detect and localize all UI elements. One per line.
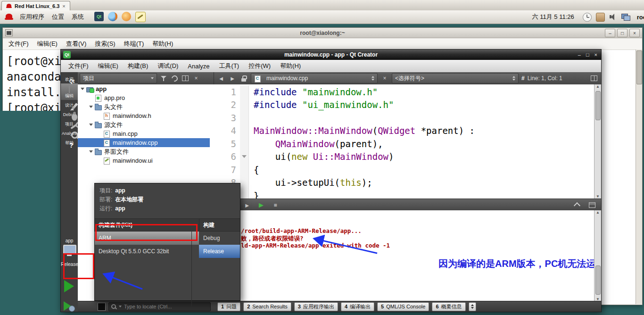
folder-icon [95,122,102,128]
sidebar-filter-combobox[interactable]: 项目 [80,73,157,83]
mode-analyze[interactable]: Analyze [61,128,78,138]
kit-option[interactable]: ARM [95,232,199,245]
split-editor-icon[interactable] [591,75,597,81]
panel-menu-0[interactable]: 应用程序 [20,13,44,21]
mode-help[interactable]: 帮助 [61,138,78,147]
close-document-icon[interactable] [380,74,389,83]
qtcreator-minimize-button[interactable]: – [578,52,581,58]
kit-selector-button[interactable] [63,245,75,256]
terminal-menu-0[interactable]: 文件(F) [8,40,29,48]
pane-icon[interactable] [588,201,596,209]
qtcreator-maximize-button[interactable]: □ [586,52,589,58]
expand-arrow-icon[interactable] [81,88,84,90]
application-output-pane[interactable]: /root/build-app-ARM-Release/app...败，路径或者… [210,210,601,301]
fold-marker[interactable] [240,150,249,164]
scrollbar-thumb[interactable] [636,50,642,84]
scrollbar-thumb[interactable] [595,91,601,120]
build-option[interactable]: Debug [199,232,240,245]
tree-item[interactable]: mainwindow.h [78,111,210,120]
pane-button-6[interactable]: 6概要信息 [432,302,465,311]
kit-option[interactable]: Desktop Qt 5.5.0 GCC 32bit [95,245,199,258]
panel-menu-1[interactable]: 位置 [52,13,64,21]
code-editor[interactable]: 1#include "mainwindow.h"2#include "ui_ma… [210,84,601,199]
mode-design[interactable]: 设计 [61,100,78,109]
code-text: QMainWindow(parent), [249,139,383,149]
terminal-menu-3[interactable]: 搜索(S) [95,40,115,48]
panel-clock[interactable]: 六 11月 5 11:26 [532,13,574,21]
tree-item[interactable]: mainwindow.cpp [78,138,210,147]
close-icon[interactable] [192,74,200,83]
terminal-close-button[interactable]: × [629,29,640,37]
panel-mixer-icon[interactable] [596,13,605,22]
back-icon[interactable] [217,74,225,83]
stop-icon[interactable] [271,201,280,209]
next-item-icon[interactable] [243,201,251,209]
terminal-menu-2[interactable]: 查看(V) [66,40,86,48]
terminal-maximize-button[interactable]: □ [617,29,627,37]
vm-tab[interactable]: Red Hat Linux_6.3 × [1,1,70,11]
pane-button-5[interactable]: 5QML/JS Console [377,302,429,311]
qtcreator-menu-7[interactable]: 帮助(H) [280,62,301,70]
panel-clock-icon[interactable] [583,13,592,22]
tree-item-label: app.pro [104,94,125,101]
panel-menu-2[interactable]: 系统 [72,13,84,21]
qtcreator-menu-6[interactable]: 控件(W) [248,62,271,70]
output-scrollbar[interactable]: ▲▼ [594,210,601,301]
pane-arrows-button[interactable] [469,302,476,311]
mode-welcome[interactable]: 欢迎 [61,74,78,83]
texteditor-launcher[interactable] [135,12,146,22]
tree-item[interactable]: 头文件 [78,102,210,111]
qtcreator-close-button[interactable]: × [594,52,597,58]
redhat-menu-icon[interactable] [5,14,13,21]
qtcreator-menu-5[interactable]: 工具(T) [219,62,239,70]
collapse-icon[interactable] [573,201,581,209]
mode-debug[interactable]: Debug [61,109,78,119]
debug-run-button[interactable] [64,300,75,312]
qtcreator-menu-1[interactable]: 编辑(E) [98,62,118,70]
pane-button-4[interactable]: 4编译输出 [341,302,374,311]
tree-item-label: app [96,85,107,92]
open-document-combobox[interactable]: mainwindow.cpp [251,73,378,83]
panel-display-icon[interactable] [621,13,629,21]
tree-item[interactable]: app.pro [78,93,210,102]
expand-arrow-icon[interactable] [89,106,93,108]
qtcreator-menu-3[interactable]: 调试(D) [157,62,178,70]
software-launcher[interactable] [122,12,131,21]
run-icon[interactable] [257,201,265,209]
pane-button-3[interactable]: 3应用程序输出 [294,302,338,311]
tree-item[interactable]: main.cpp [78,129,210,138]
terminal-titlebar[interactable]: root@xiaolong:~ –□× [3,28,642,38]
tree-item[interactable]: mainwindow.ui [78,156,210,165]
lock-icon[interactable] [239,74,248,83]
terminal-menu-1[interactable]: 编辑(E) [37,40,58,48]
terminal-minimize-button[interactable]: – [605,29,615,37]
sync-icon[interactable] [170,74,179,83]
vm-tab-close-icon[interactable]: × [62,3,65,9]
filter-icon[interactable] [159,74,168,83]
panel-volume-icon[interactable] [609,13,617,21]
terminal-menu-5[interactable]: 帮助(H) [152,40,173,48]
qtcreator-menu-2[interactable]: 构建(B) [128,62,148,70]
run-button[interactable] [64,280,74,292]
qtcreator-launcher[interactable] [94,12,104,21]
symbol-combobox[interactable]: <选择符号> [392,73,519,83]
scrollbar-thumb[interactable] [595,265,601,295]
hash-button[interactable]: # [521,75,525,82]
firefox-launcher[interactable] [108,12,117,21]
qtcreator-menu-4[interactable]: Analyze [188,63,209,70]
expand-arrow-icon[interactable] [89,150,93,153]
editor-scrollbar[interactable]: ▲▼ [594,84,601,199]
mode-edit[interactable]: 编辑 [61,83,78,100]
tree-item[interactable]: 源文件 [78,120,210,129]
split-icon[interactable] [181,74,190,83]
tree-item[interactable]: app [78,84,210,93]
build-option[interactable]: Release [199,245,240,258]
tree-item[interactable]: 界面文件 [78,147,210,156]
expand-arrow-icon[interactable] [89,124,93,126]
terminal-menu-4[interactable]: 终端(T) [124,40,144,48]
terminal-scrollbar[interactable] [636,50,642,304]
qtcreator-titlebar[interactable]: mainwindow.cpp - app - Qt Creator –□× [61,50,601,60]
qtcreator-menu-0[interactable]: 文件(F) [68,62,89,70]
pane-button-2[interactable]: 2Search Results [243,302,291,311]
forward-icon[interactable] [228,74,237,83]
